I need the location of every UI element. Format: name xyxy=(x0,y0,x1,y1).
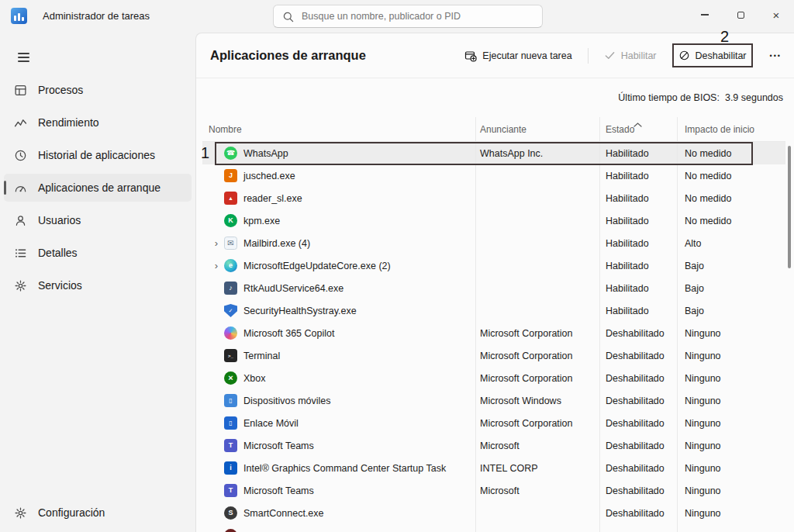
app-impact: No medido xyxy=(677,193,785,204)
app-status: Deshabilitado xyxy=(599,396,677,406)
sidebar-item-label: Procesos xyxy=(38,84,83,96)
table-row[interactable]: ♪ RtkAudUService64.exe Habilitado Bajo xyxy=(202,277,785,299)
sidebar-item-rendimiento[interactable]: Rendimiento xyxy=(4,109,192,136)
app-name: Microsoft 365 Copilot xyxy=(243,328,334,339)
annotation-number-1: 1 xyxy=(201,144,209,162)
navigation-menu-button[interactable] xyxy=(9,45,39,70)
new-task-icon xyxy=(464,50,477,62)
minimize-button[interactable] xyxy=(687,0,723,29)
app-name: RtkAudUService64.exe xyxy=(243,283,343,294)
task-manager-icon xyxy=(11,8,27,24)
sidebar-item-aplicaciones-de-arranque[interactable]: Aplicaciones de arranque xyxy=(4,174,192,202)
sidebar-item-label: Detalles xyxy=(38,247,78,259)
table-row[interactable]: ▲ reader_sl.exe Habilitado No medido xyxy=(202,187,785,209)
hamburger-icon xyxy=(18,53,29,54)
app-impact: Bajo xyxy=(677,306,785,316)
terminal-icon: >_ xyxy=(224,349,237,362)
table-row[interactable]: Microsoft 365 Copilot Microsoft Corporat… xyxy=(202,322,785,344)
table-row[interactable]: S SmartConnect.exe Deshabilitado Ninguno xyxy=(202,502,785,524)
sidebar-item-servicios[interactable]: Servicios xyxy=(4,271,192,299)
column-header-nombre[interactable]: Nombre xyxy=(202,124,475,135)
app-name: reader_sl.exe xyxy=(243,193,302,204)
app-publisher: Microsoft xyxy=(475,440,599,451)
app-publisher: Microsoft Corporation xyxy=(475,351,599,361)
toolbar: Ejecutar nueva tarea Habilitar Deshabili… xyxy=(460,43,785,67)
run-new-task-button[interactable]: Ejecutar nueva tarea xyxy=(460,45,576,67)
table-row[interactable]: ▯ Enlace Móvil Microsoft Corporation Des… xyxy=(202,412,785,434)
disable-button[interactable]: Deshabilitar xyxy=(674,45,751,66)
maximize-button[interactable] xyxy=(723,0,758,29)
sidebar-item-detalles[interactable]: Detalles xyxy=(4,239,192,267)
table-row[interactable]: ▯ Dispositivos móviles Microsoft Windows… xyxy=(202,389,785,412)
app-name: Terminal xyxy=(243,351,280,361)
search-box[interactable] xyxy=(273,5,543,28)
details-icon xyxy=(14,247,27,260)
table-row[interactable]: × Xbox Microsoft Corporation Deshabilita… xyxy=(202,367,785,389)
app-impact: No medido xyxy=(677,171,785,181)
table-row[interactable]: i Intel® Graphics Command Center Startup… xyxy=(202,457,785,479)
bios-label: Último tiempo de BIOS: xyxy=(618,92,720,103)
more-options-button[interactable]: ••• xyxy=(764,47,785,64)
sidebar-item-label: Usuarios xyxy=(38,214,81,226)
table-row[interactable]: Deshabilitado Ninguno xyxy=(202,524,785,532)
app-status: Habilitado xyxy=(599,193,677,204)
performance-icon xyxy=(14,116,27,130)
app-publisher: INTEL CORP xyxy=(475,463,599,474)
table-row[interactable]: T Microsoft Teams Microsoft Deshabilitad… xyxy=(202,434,785,457)
unknown-app-icon xyxy=(224,529,237,532)
close-button[interactable]: × xyxy=(758,0,794,29)
app-status: Deshabilitado xyxy=(599,418,677,429)
main-panel: Aplicaciones de arranque Ejecutar nueva … xyxy=(195,33,794,532)
smartconnect-icon: S xyxy=(224,506,237,520)
copilot-icon xyxy=(224,326,237,340)
app-status: Habilitado xyxy=(599,238,677,249)
app-impact: Ninguno xyxy=(677,440,785,451)
services-icon xyxy=(14,279,27,292)
search-input[interactable] xyxy=(302,5,534,27)
app-impact: Ninguno xyxy=(677,396,785,406)
app-history-icon xyxy=(14,149,27,162)
close-icon: × xyxy=(773,9,780,21)
column-header-anunciante[interactable]: Anunciante xyxy=(475,124,599,135)
app-name: Xbox xyxy=(243,373,266,384)
app-impact: Ninguno xyxy=(677,463,785,474)
table-row[interactable]: ✓ SecurityHealthSystray.exe Habilitado B… xyxy=(202,299,785,322)
enable-button[interactable]: Habilitar xyxy=(599,45,661,66)
app-publisher: Microsoft Corporation xyxy=(475,373,599,384)
app-impact: Ninguno xyxy=(677,508,785,519)
table-row[interactable]: >_ Terminal Microsoft Corporation Deshab… xyxy=(202,344,785,367)
column-header-impacto-de-inicio[interactable]: Impacto de inicio xyxy=(677,124,785,135)
app-status: Deshabilitado xyxy=(599,373,677,384)
table-row[interactable]: › ✉ Mailbird.exe (4) Habilitado Alto xyxy=(202,232,785,254)
sidebar-item-historial-de-aplicaciones[interactable]: Historial de aplicaciones xyxy=(4,141,192,169)
app-name: Microsoft Teams xyxy=(243,440,314,451)
app-impact: No medido xyxy=(677,216,785,226)
table-row[interactable]: J jusched.exe Habilitado No medido xyxy=(202,164,785,187)
expand-chevron-icon[interactable]: › xyxy=(209,261,224,271)
sidebar-item-configuracion[interactable]: Configuración xyxy=(4,499,192,527)
panel-header: Aplicaciones de arranque Ejecutar nueva … xyxy=(196,33,794,78)
processes-icon xyxy=(14,84,27,97)
column-header-estado[interactable]: Estado xyxy=(599,117,677,141)
app-name: jusched.exe xyxy=(243,171,295,181)
table-row[interactable]: T Microsoft Teams Microsoft Deshabilitad… xyxy=(202,479,785,502)
app-name: Dispositivos móviles xyxy=(243,396,331,406)
sidebar: Procesos Rendimiento Historial de aplica… xyxy=(4,76,192,299)
table-row[interactable]: › e MicrosoftEdgeUpdateCore.exe (2) Habi… xyxy=(202,254,785,277)
expand-chevron-icon[interactable]: › xyxy=(209,238,224,248)
sidebar-item-usuarios[interactable]: Usuarios xyxy=(4,206,192,234)
edge-update-icon: e xyxy=(224,259,237,272)
app-status: Deshabilitado xyxy=(599,485,677,496)
table-row[interactable]: ☎ WhatsApp WhatsApp Inc. Habilitado No m… xyxy=(202,142,785,164)
app-status: Habilitado xyxy=(599,261,677,271)
app-impact: Alto xyxy=(677,238,785,249)
app-impact: Bajo xyxy=(677,283,785,294)
app-status: Deshabilitado xyxy=(599,463,677,474)
vertical-scrollbar[interactable] xyxy=(788,146,791,268)
intel-icon: i xyxy=(224,461,237,475)
maximize-icon xyxy=(737,12,744,19)
table-row[interactable]: K kpm.exe Habilitado No medido xyxy=(202,209,785,232)
sidebar-item-procesos[interactable]: Procesos xyxy=(4,76,192,104)
whatsapp-icon: ☎ xyxy=(224,147,237,160)
app-status: Habilitado xyxy=(599,216,677,226)
